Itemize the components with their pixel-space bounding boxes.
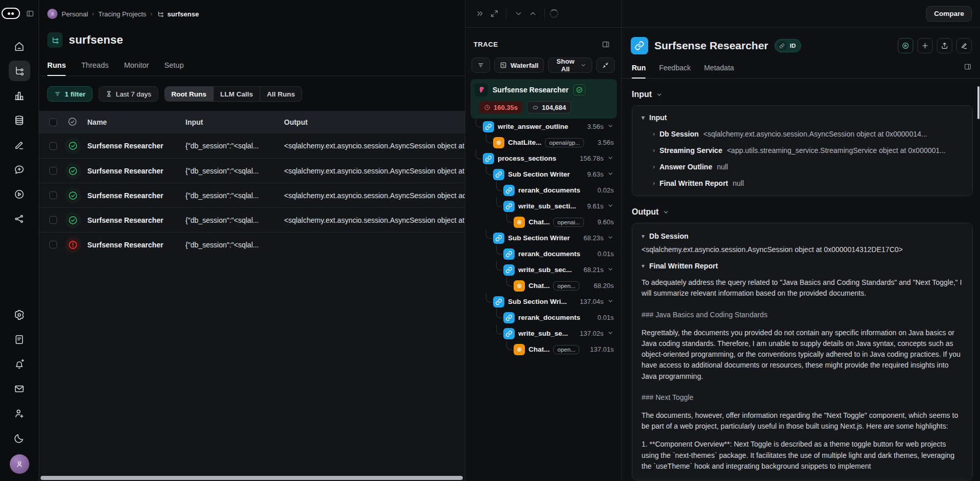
row-checkbox[interactable]	[49, 142, 57, 150]
row-checkbox[interactable]	[49, 216, 57, 224]
next-run-icon[interactable]	[525, 7, 540, 21]
segment-root-runs[interactable]: Root Runs	[165, 87, 214, 101]
chevron-down-icon[interactable]	[607, 297, 614, 306]
trace-span[interactable]: write_answer_outline 3.56s	[470, 119, 617, 134]
sidebar-item-tracing[interactable]	[9, 61, 30, 81]
chevron-down-icon[interactable]	[607, 329, 614, 338]
edit-button[interactable]	[956, 38, 972, 53]
sidebar-item-invite-user[interactable]	[9, 403, 30, 424]
tab-metadata[interactable]: Metadata	[704, 64, 734, 78]
chevron-down-icon[interactable]	[607, 122, 614, 131]
sidebar-item-datasets[interactable]	[9, 110, 30, 130]
expand-twisty-icon[interactable]: ›	[653, 163, 655, 170]
tab-runs[interactable]: Runs	[47, 61, 66, 75]
input-section-header[interactable]: Input	[632, 90, 973, 99]
input-entry-row[interactable]: › Answer Outline null	[653, 163, 963, 171]
sidebar-item-settings[interactable]	[9, 304, 30, 325]
dark-mode-toggle[interactable]	[9, 428, 30, 448]
minimize-tree-button[interactable]	[596, 57, 615, 73]
input-entry-row[interactable]: › Final Written Report null	[653, 179, 963, 187]
table-row[interactable]: Surfsense Researcher {"db_session":"<sql…	[39, 207, 465, 232]
input-entry-row[interactable]: › Db Session <sqlalchemy.ext.asyncio.ses…	[653, 130, 963, 138]
share-button[interactable]	[937, 38, 952, 53]
collapse-panel-icon[interactable]	[473, 7, 487, 21]
horizontal-scrollbar[interactable]	[41, 476, 463, 480]
collapse-twisty-icon[interactable]: ▾	[642, 233, 645, 240]
output-final-report-row[interactable]: ▾ Final Written Report	[642, 262, 963, 270]
sidebar-item-dashboards[interactable]	[9, 85, 30, 106]
sidebar-item-docs[interactable]	[9, 329, 30, 350]
trace-span[interactable]: Sub Section Writer 9.63s	[470, 166, 617, 182]
tab-threads[interactable]: Threads	[81, 61, 108, 75]
side-panel-icon[interactable]	[964, 63, 972, 78]
expand-twisty-icon[interactable]: ›	[653, 180, 655, 187]
expand-fullscreen-icon[interactable]	[487, 7, 501, 21]
show-all-dropdown[interactable]: Show All	[548, 57, 592, 73]
table-row[interactable]: Surfsense Researcher {"db_session":"<sql…	[39, 232, 465, 257]
playground-run-button[interactable]	[898, 38, 913, 53]
sidebar-toggle-icon[interactable]	[23, 6, 37, 21]
table-row[interactable]: Surfsense Researcher {"db_session":"<sql…	[39, 133, 465, 158]
chevron-down-icon[interactable]	[607, 202, 614, 211]
trace-filter-button[interactable]	[472, 57, 490, 73]
sidebar-item-notifications[interactable]	[9, 354, 30, 374]
add-to-dataset-button[interactable]	[917, 38, 933, 53]
prev-run-icon[interactable]	[511, 7, 525, 21]
sidebar-item-prompts[interactable]	[9, 159, 30, 180]
sidebar-item-annotations[interactable]	[9, 134, 30, 155]
split-view-icon[interactable]	[598, 37, 613, 51]
input-root-row[interactable]: ▾ Input	[642, 113, 963, 122]
table-row[interactable]: Surfsense Researcher {"db_session":"<sql…	[39, 158, 465, 183]
select-all-checkbox[interactable]	[49, 119, 57, 126]
segment-all-runs[interactable]: All Runs	[260, 87, 302, 101]
chevron-down-icon[interactable]	[607, 265, 614, 275]
chevron-down-icon[interactable]	[607, 234, 614, 243]
row-checkbox[interactable]	[49, 241, 57, 248]
segment-llm-calls[interactable]: LLM Calls	[214, 87, 260, 101]
sidebar-item-home[interactable]	[9, 36, 30, 56]
trace-root-span[interactable]: Surfsense Researcher 160.35s 104,684	[470, 79, 617, 119]
trace-span[interactable]: write_sub_secti... 9.61s	[470, 198, 617, 214]
filter-button[interactable]: 1 filter	[47, 86, 92, 102]
trace-span[interactable]: Sub Section Wri... 137.04s	[470, 294, 617, 310]
output-section-header[interactable]: Output	[632, 207, 973, 217]
tab-run[interactable]: Run	[632, 64, 646, 78]
trace-span[interactable]: write_sub_se... 137.02s	[470, 325, 617, 341]
user-avatar[interactable]	[10, 454, 29, 474]
collapse-twisty-icon[interactable]: ▾	[642, 262, 645, 270]
row-checkbox[interactable]	[49, 167, 57, 175]
chevron-down-icon[interactable]	[607, 154, 614, 163]
collapse-twisty-icon[interactable]: ▾	[642, 114, 645, 121]
trace-span[interactable]: Chat... openai... 9.60s	[470, 214, 617, 230]
expand-twisty-icon[interactable]: ›	[653, 147, 655, 154]
vertical-scrollbar[interactable]	[977, 86, 979, 119]
trace-span[interactable]: Chat... open... 137.01s	[470, 341, 617, 357]
table-row[interactable]: Surfsense Researcher {"db_session":"<sql…	[39, 183, 465, 207]
breadcrumb-personal[interactable]: Personal	[62, 10, 88, 18]
sidebar-item-mail[interactable]	[9, 378, 30, 399]
trace-span[interactable]: rerank_documents 0.01s	[470, 310, 617, 325]
trace-span[interactable]: ChatLite... openai/gp... 3.56s	[470, 134, 617, 150]
input-entry-row[interactable]: › Streaming Service <app.utils.streaming…	[653, 146, 963, 155]
sidebar-item-playground[interactable]	[9, 184, 30, 204]
waterfall-button[interactable]: Waterfall	[494, 57, 544, 73]
expand-twisty-icon[interactable]: ›	[653, 130, 655, 138]
trace-span[interactable]: Sub Section Writer 68.23s	[470, 230, 617, 246]
breadcrumb-tracing-projects[interactable]: Tracing Projects	[98, 10, 146, 18]
tab-monitor[interactable]: Monitor	[124, 61, 148, 75]
trace-span[interactable]: rerank_documents 0.02s	[470, 182, 617, 198]
run-id-pill[interactable]: ID	[775, 39, 802, 52]
compare-button[interactable]: Compare	[926, 6, 972, 22]
trace-span[interactable]: rerank_documents 0.01s	[470, 246, 617, 262]
trace-span[interactable]: Chat... open... 68.20s	[470, 278, 617, 294]
output-db-session-row[interactable]: ▾ Db Session	[642, 232, 963, 240]
breadcrumb-project[interactable]: surfsense	[157, 10, 199, 18]
tab-setup[interactable]: Setup	[164, 61, 184, 75]
trace-span[interactable]: process_sections 156.78s	[470, 150, 617, 166]
tab-feedback[interactable]: Feedback	[659, 64, 690, 78]
chevron-down-icon[interactable]	[607, 170, 614, 179]
sidebar-item-deployments[interactable]	[9, 208, 30, 229]
status-column-icon[interactable]	[67, 117, 78, 128]
row-checkbox[interactable]	[49, 191, 57, 199]
date-range-button[interactable]: Last 7 days	[99, 86, 158, 102]
